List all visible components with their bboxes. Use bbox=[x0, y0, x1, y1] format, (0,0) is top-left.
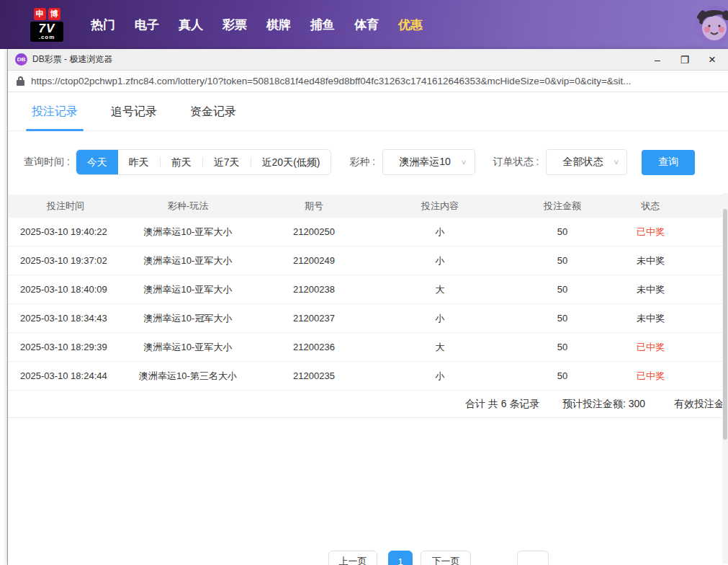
table-row[interactable]: 2025-03-10 19:37:02 澳洲幸运10-亚军大小 21200249… bbox=[8, 246, 723, 275]
chevron-down-icon: ∨ bbox=[613, 158, 619, 166]
expected-bet-amount: 预计投注金额: 300 bbox=[562, 398, 645, 411]
avatar-image bbox=[695, 6, 728, 45]
address-bar[interactable]: https://ctop02pchwp1.zfnc84.com/lottery/… bbox=[8, 71, 728, 92]
status-badge: 已中奖 bbox=[620, 341, 681, 354]
page-jump-box[interactable] bbox=[517, 551, 549, 565]
status-badge: 未中奖 bbox=[620, 312, 681, 325]
browser-window: DB DB彩票 - 极速浏览器 – ❐ × https://ctop02pchw… bbox=[7, 49, 728, 565]
cell-issue: 21200250 bbox=[253, 226, 375, 237]
logo-com-text: .com bbox=[30, 35, 63, 40]
cell-amount: 50 bbox=[505, 226, 620, 237]
table-header-row: 投注时间 彩种-玩法 期号 投注内容 投注金额 状态 bbox=[8, 195, 723, 218]
status-badge: 未中奖 bbox=[620, 283, 681, 296]
prev-page-button[interactable]: 上一页 bbox=[328, 551, 377, 565]
cell-content: 小 bbox=[375, 370, 505, 383]
tab-bet-records[interactable]: 投注记录 bbox=[26, 92, 84, 131]
cell-content: 大 bbox=[375, 283, 505, 296]
cell-issue: 21200237 bbox=[253, 313, 375, 324]
time-option-yesterday[interactable]: 昨天 bbox=[118, 149, 160, 175]
cell-time: 2025-03-10 18:34:43 bbox=[8, 313, 123, 324]
cell-amount: 50 bbox=[505, 342, 620, 352]
time-filter-label: 查询时间 : bbox=[24, 156, 70, 169]
header-bet-amount: 投注金额 bbox=[505, 200, 620, 213]
cell-game: 澳洲幸运10-亚军大小 bbox=[123, 226, 253, 239]
lottery-select[interactable]: 澳洲幸运10 ∨ bbox=[382, 149, 475, 175]
window-titlebar[interactable]: DB DB彩票 - 极速浏览器 – ❐ × bbox=[8, 49, 728, 71]
time-option-today[interactable]: 今天 bbox=[76, 149, 118, 175]
chevron-down-icon: ∨ bbox=[461, 158, 467, 166]
lottery-filter-label: 彩种 : bbox=[349, 156, 375, 169]
query-button[interactable]: 查询 bbox=[642, 150, 695, 175]
filter-bar: 查询时间 : 今天 昨天 前天 近7天 近20天(低频) 彩种 : 澳洲幸运10… bbox=[8, 149, 728, 175]
site-logo[interactable]: 申 博 7V .com bbox=[29, 8, 65, 42]
time-option-7days[interactable]: 近7天 bbox=[203, 149, 251, 175]
maximize-icon[interactable]: ❐ bbox=[679, 55, 691, 65]
table-row[interactable]: 2025-03-10 18:29:39 澳洲幸运10-亚军大小 21200236… bbox=[8, 333, 723, 362]
page-content: 投注记录 追号记录 资金记录 查询时间 : 今天 昨天 前天 近7天 近20天(… bbox=[8, 92, 728, 564]
status-badge: 已中奖 bbox=[620, 370, 681, 383]
table-row[interactable]: 2025-03-10 18:24:44 澳洲幸运10-第三名大小 2120023… bbox=[8, 362, 723, 391]
current-page-button[interactable]: 1 bbox=[388, 551, 413, 565]
main-nav: 热门 电子 真人 彩票 棋牌 捕鱼 体育 优惠 bbox=[91, 17, 423, 33]
nav-item-electronic[interactable]: 电子 bbox=[135, 17, 159, 33]
cell-issue: 21200249 bbox=[253, 255, 375, 266]
status-badge: 未中奖 bbox=[620, 254, 681, 267]
cell-game: 澳洲幸运10-冠军大小 bbox=[123, 312, 253, 325]
tab-chase-records[interactable]: 追号记录 bbox=[105, 92, 163, 131]
url-text[interactable]: https://ctop02pchwp1.zfnc84.com/lottery/… bbox=[31, 76, 632, 86]
vertical-scrollbar[interactable] bbox=[722, 193, 728, 564]
cell-time: 2025-03-10 18:29:39 bbox=[8, 342, 123, 352]
cell-content: 小 bbox=[375, 254, 505, 267]
cell-content: 小 bbox=[375, 312, 505, 325]
window-controls: – ❐ × bbox=[652, 53, 721, 66]
cell-issue: 21200236 bbox=[253, 342, 375, 352]
nav-item-hot[interactable]: 热门 bbox=[91, 17, 115, 33]
nav-item-promotions[interactable]: 优惠 bbox=[398, 17, 423, 33]
header-bet-time: 投注时间 bbox=[8, 200, 123, 213]
minimize-icon[interactable]: – bbox=[652, 55, 663, 65]
cell-game: 澳洲幸运10-亚军大小 bbox=[123, 341, 253, 354]
cell-time: 2025-03-10 19:40:22 bbox=[8, 226, 123, 237]
nav-item-fishing[interactable]: 捕鱼 bbox=[310, 17, 335, 33]
order-status-value: 全部状态 bbox=[562, 156, 603, 169]
logo-badge-bo: 博 bbox=[48, 8, 60, 20]
table-summary-row: 合计 共 6 条记录 预计投注金额: 300 有效投注金额 bbox=[8, 391, 723, 418]
time-option-20days[interactable]: 近20天(低频) bbox=[251, 149, 331, 175]
close-icon[interactable]: × bbox=[706, 53, 718, 66]
header-issue: 期号 bbox=[253, 200, 375, 213]
cell-content: 大 bbox=[375, 341, 505, 354]
header-game-play: 彩种-玩法 bbox=[123, 200, 253, 213]
header-status: 状态 bbox=[620, 200, 681, 213]
status-filter-label: 订单状态 : bbox=[493, 156, 539, 169]
order-status-select[interactable]: 全部状态 ∨ bbox=[546, 149, 627, 175]
db-favicon-icon: DB bbox=[15, 53, 27, 66]
tab-fund-records[interactable]: 资金记录 bbox=[184, 92, 242, 131]
pagination: 上一页 1 下一页 bbox=[8, 551, 728, 565]
table-row[interactable]: 2025-03-10 19:40:22 澳洲幸运10-亚军大小 21200250… bbox=[8, 218, 723, 246]
cell-content: 小 bbox=[375, 226, 505, 239]
cell-amount: 50 bbox=[505, 284, 620, 295]
table-row[interactable]: 2025-03-10 18:40:09 澳洲幸运10-亚军大小 21200238… bbox=[8, 275, 723, 304]
nav-item-chess[interactable]: 棋牌 bbox=[266, 17, 291, 33]
valid-bet-amount: 有效投注金额 bbox=[674, 398, 728, 411]
window-title: DB彩票 - 极速浏览器 bbox=[32, 53, 112, 66]
time-range-segmented-control: 今天 昨天 前天 近7天 近20天(低频) bbox=[76, 149, 332, 175]
logo-7v-text: 7V bbox=[30, 22, 63, 35]
nav-item-live[interactable]: 真人 bbox=[179, 17, 203, 33]
cell-game: 澳洲幸运10-亚军大小 bbox=[123, 254, 253, 267]
cell-time: 2025-03-10 19:37:02 bbox=[8, 255, 123, 266]
cell-issue: 21200238 bbox=[253, 284, 375, 295]
table-row[interactable]: 2025-03-10 18:34:43 澳洲幸运10-冠军大小 21200237… bbox=[8, 304, 723, 333]
bet-records-table: 投注时间 彩种-玩法 期号 投注内容 投注金额 状态 2025-03-10 19… bbox=[8, 195, 723, 391]
cell-game: 澳洲幸运10-第三名大小 bbox=[123, 370, 253, 383]
cell-amount: 50 bbox=[505, 255, 620, 266]
time-option-day-before[interactable]: 前天 bbox=[161, 149, 202, 175]
scrollbar-thumb[interactable] bbox=[723, 209, 727, 440]
nav-item-lottery[interactable]: 彩票 bbox=[223, 17, 247, 33]
nav-item-sports[interactable]: 体育 bbox=[354, 17, 379, 33]
lottery-select-value: 澳洲幸运10 bbox=[399, 156, 451, 169]
next-page-button[interactable]: 下一页 bbox=[421, 551, 471, 565]
user-avatar[interactable] bbox=[695, 6, 728, 45]
cell-issue: 21200235 bbox=[253, 370, 375, 381]
logo-badges: 申 博 bbox=[34, 8, 60, 20]
